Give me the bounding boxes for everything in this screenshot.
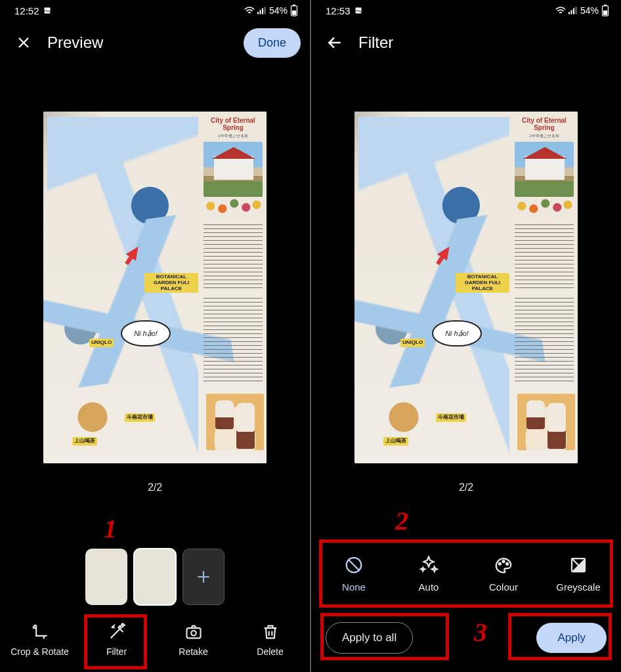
tool-label: Delete xyxy=(257,646,283,657)
close-icon[interactable] xyxy=(14,33,33,52)
tool-delete[interactable]: Delete xyxy=(232,623,309,657)
back-icon[interactable] xyxy=(326,33,344,52)
preview-area: BOTANICAL GARDEN FULI PALACE UNIQLO 上山喝茶… xyxy=(0,64,310,545)
signal-icon xyxy=(568,7,578,14)
svg-rect-12 xyxy=(570,10,572,14)
svg-rect-8 xyxy=(186,628,200,638)
signal-icon xyxy=(257,7,267,14)
map-tag-uniqlo: UNIQLO xyxy=(400,339,425,347)
svg-rect-2 xyxy=(259,10,261,14)
speech-bubble: Ni hǎo! xyxy=(121,320,171,346)
thumbnail-add[interactable] xyxy=(182,549,225,605)
doc-text xyxy=(515,224,574,290)
thumbnail-1[interactable] xyxy=(85,549,127,605)
svg-rect-11 xyxy=(568,12,570,14)
thumbnail-2[interactable] xyxy=(134,549,176,605)
map-tag-market: 斗南花市場 xyxy=(125,413,155,422)
document-preview[interactable]: BOTANICAL GARDEN FULI PALACE UNIQLO 上山喝茶… xyxy=(354,112,578,463)
filter-label: Colour xyxy=(489,581,518,593)
map-tag-garden: BOTANICAL GARDEN FULI PALACE xyxy=(144,273,198,293)
doc-headline: City of Eternal Spring xyxy=(202,117,264,131)
svg-point-9 xyxy=(191,631,196,635)
phone-preview: 12:52 54% Preview Done xyxy=(0,0,310,672)
preview-area: BOTANICAL GARDEN FULI PALACE UNIQLO 上山喝茶… xyxy=(311,64,621,534)
svg-rect-13 xyxy=(573,9,574,14)
svg-rect-1 xyxy=(257,12,259,14)
doc-photo-flowers xyxy=(203,193,263,219)
status-time: 12:53 xyxy=(326,5,351,16)
wifi-icon xyxy=(555,7,566,14)
svg-rect-3 xyxy=(262,9,263,14)
svg-rect-14 xyxy=(575,7,576,14)
tool-crop-rotate[interactable]: Crop & Rotate xyxy=(1,623,78,657)
picture-icon xyxy=(354,5,362,16)
tool-label: Filter xyxy=(106,646,127,657)
filter-label: Auto xyxy=(419,581,439,593)
tool-label: Retake xyxy=(179,646,207,657)
svg-rect-4 xyxy=(264,7,265,14)
filter-none[interactable]: None xyxy=(316,555,391,593)
picture-icon xyxy=(43,5,51,16)
doc-text xyxy=(203,224,263,290)
doc-subhead: 1年中過ごせる街 xyxy=(202,133,264,139)
map-tag-uniqlo: UNIQLO xyxy=(89,339,114,347)
bottom-toolbar: Crop & Rotate Filter Retake Delete xyxy=(0,613,310,672)
phone-filter: 12:53 54% Filter xyxy=(311,0,621,672)
tool-filter[interactable]: Filter xyxy=(78,623,155,657)
filter-label: Greyscale xyxy=(556,581,601,593)
svg-rect-17 xyxy=(603,10,607,15)
doc-text xyxy=(515,298,574,383)
doc-photo-food xyxy=(517,394,575,450)
map-tag-garden: BOTANICAL GARDEN FULI PALACE xyxy=(456,273,509,293)
page-title: Preview xyxy=(47,33,229,52)
svg-point-20 xyxy=(503,560,505,562)
doc-photo-house xyxy=(203,142,263,197)
filter-colour[interactable]: Colour xyxy=(466,555,541,593)
document-preview[interactable]: BOTANICAL GARDEN FULI PALACE UNIQLO 上山喝茶… xyxy=(43,112,267,463)
apply-to-all-button[interactable]: Apply to all xyxy=(326,622,413,654)
speech-bubble: Ni hǎo! xyxy=(432,320,482,346)
svg-point-21 xyxy=(506,562,508,564)
tool-retake[interactable]: Retake xyxy=(155,623,232,657)
filter-options: 2 None Auto Colour Greyscale xyxy=(311,534,621,613)
header: Preview Done xyxy=(0,21,310,64)
doc-photo-house xyxy=(515,142,574,197)
filter-label: None xyxy=(342,581,366,593)
page-indicator: 2/2 xyxy=(148,482,162,494)
svg-point-19 xyxy=(499,562,501,564)
status-bar: 12:52 54% xyxy=(0,0,310,21)
page-title: Filter xyxy=(358,33,612,52)
status-bar: 12:53 54% xyxy=(311,0,621,21)
status-battery: 54% xyxy=(580,5,599,16)
page-indicator: 2/2 xyxy=(459,482,473,494)
annotation-3: 3 xyxy=(474,617,487,648)
filter-auto[interactable]: Auto xyxy=(391,555,466,593)
header: Filter xyxy=(311,21,621,64)
map-tag-tea: 上山喝茶 xyxy=(72,437,97,446)
map-tag-tea: 上山喝茶 xyxy=(383,437,408,446)
map-tag-market: 斗南花市場 xyxy=(436,413,466,422)
doc-subhead: 1年中過ごせる街 xyxy=(513,133,575,139)
done-button[interactable]: Done xyxy=(244,28,301,58)
status-time: 12:52 xyxy=(14,5,39,16)
doc-photo-food xyxy=(206,394,264,450)
doc-photo-flowers xyxy=(515,193,574,219)
apply-button[interactable]: Apply xyxy=(536,623,607,653)
battery-icon xyxy=(601,5,609,16)
svg-rect-6 xyxy=(293,5,295,6)
status-battery: 54% xyxy=(269,5,288,16)
doc-text xyxy=(203,298,263,383)
battery-icon xyxy=(290,5,298,16)
apply-row: 3 Apply to all Apply xyxy=(311,613,621,672)
doc-headline: City of Eternal Spring xyxy=(513,117,575,131)
thumbnail-strip: 1 xyxy=(0,545,310,613)
svg-rect-16 xyxy=(604,5,607,6)
wifi-icon xyxy=(244,7,255,14)
filter-greyscale[interactable]: Greyscale xyxy=(541,555,616,593)
tool-label: Crop & Rotate xyxy=(11,646,69,657)
svg-rect-7 xyxy=(292,10,296,15)
